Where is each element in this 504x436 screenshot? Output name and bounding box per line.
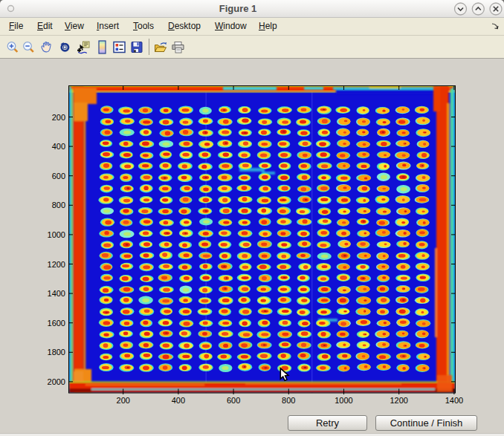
svg-text:400: 400 [172, 396, 185, 405]
svg-text:2000: 2000 [48, 377, 65, 386]
svg-text:200: 200 [52, 113, 65, 122]
svg-text:1000: 1000 [48, 230, 65, 239]
svg-text:1600: 1600 [48, 319, 65, 328]
svg-text:800: 800 [52, 201, 65, 209]
svg-text:200: 200 [117, 396, 130, 405]
svg-text:1200: 1200 [48, 260, 65, 269]
svg-text:1400: 1400 [48, 289, 65, 298]
svg-text:1800: 1800 [48, 348, 65, 357]
svg-text:800: 800 [282, 396, 295, 405]
svg-text:1000: 1000 [335, 396, 352, 405]
svg-text:1200: 1200 [390, 396, 407, 405]
svg-text:600: 600 [227, 396, 240, 405]
svg-text:1400: 1400 [445, 396, 463, 405]
svg-text:600: 600 [52, 172, 65, 180]
svg-text:400: 400 [52, 142, 65, 151]
